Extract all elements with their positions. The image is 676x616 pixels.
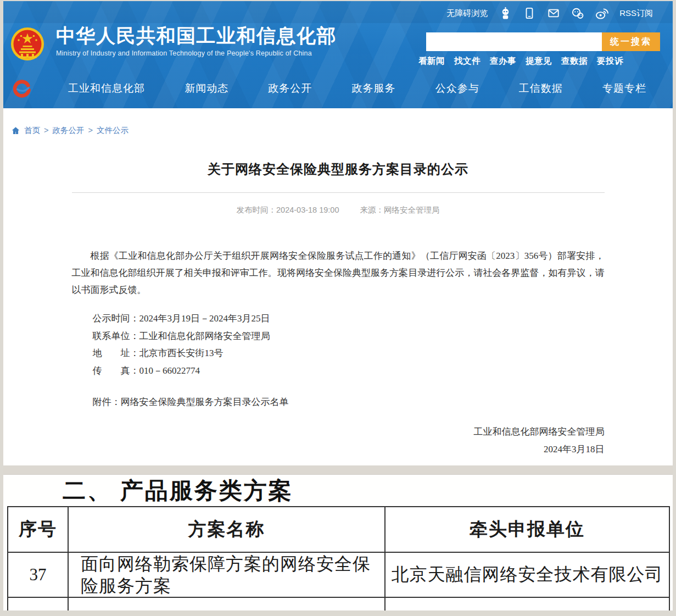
nav-item-gov-service[interactable]: 政务服务 [351,81,395,96]
quick-link-services[interactable]: 查办事 [490,56,516,67]
nav-item-participation[interactable]: 公众参与 [435,81,479,96]
nav-item-topics[interactable]: 专题专栏 [602,81,646,96]
nav-item-data[interactable]: 工信数据 [519,81,563,96]
brand-text: 中华人民共和国工业和信息化部 Ministry of Industry and … [56,24,337,57]
cell-lead-org: 北京天融信网络安全技术有限公司 [385,552,669,597]
search-input[interactable] [426,32,602,51]
breadcrumb-separator: > [44,126,48,135]
title-divider [72,192,605,193]
topbar: 无障碍浏览 RSS订阅 [446,7,653,20]
page: 无障碍浏览 RSS订阅 [3,1,673,611]
breadcrumb-separator: > [88,126,92,135]
signature-org: 工业和信息化部网络安全管理局 [72,423,605,441]
cell-no: 37 [8,552,68,597]
search-bar: 统一搜索 [426,32,660,51]
breadcrumb-current: 文件公示 [97,125,129,136]
accessibility-link[interactable]: 无障碍浏览 [446,8,488,19]
article-paragraph: 根据《工业和信息化部办公厅关于组织开展网络安全保险服务试点工作的通知》（工信厅网… [72,247,605,298]
ministry-title-en: Ministry of Industry and Information Tec… [56,49,337,57]
wechat-icon[interactable] [571,7,584,20]
address-line: 地 址：北京市西长安街13号 [93,345,605,362]
home-icon[interactable] [11,126,20,135]
quick-link-data[interactable]: 查数据 [561,56,588,67]
plans-table: 序号 方案名称 牵头申报单位 37 面向网络勒索保障方案的网络安全保险服务方案 … [7,506,670,611]
quick-link-complaint[interactable]: 要投诉 [597,56,623,67]
contact-unit-line: 联系单位：工业和信息化部网络安全管理局 [93,328,605,345]
breadcrumb: 首页 > 政务公开 > 文件公示 [11,125,673,136]
attachment-line[interactable]: 附件：网络安全保险典型服务方案目录公示名单 [72,396,605,408]
nav-item-news[interactable]: 新闻动态 [185,81,228,96]
signature-block: 工业和信息化部网络安全管理局 2024年3月18日 [72,423,605,465]
mascot-robot-icon[interactable] [499,7,512,20]
mail-icon[interactable] [547,7,560,20]
rss-link[interactable]: RSS订阅 [619,8,653,19]
article-meta: 发布时间：2024-03-18 19:00来源：网络安全管理局 [72,205,605,215]
brand: 中华人民共和国工业和信息化部 Ministry of Industry and … [10,24,337,65]
main-nav: 工业和信息化部 新闻动态 政务公开 政务服务 公众参与 工信数据 专题专栏 [3,76,673,101]
source-value: 网络安全管理局 [384,206,440,214]
publish-time-value: 2024-03-18 19:00 [276,206,339,214]
attachment-preview: 二、 产品服务类方案 序号 方案名称 牵头申报单位 37 面向网络勒索保障方案的… [3,475,673,611]
cell-empty [68,597,385,611]
page-title: 关于网络安全保险典型服务方案目录的公示 [72,161,605,177]
publish-time-label: 发布时间： [237,206,277,214]
weibo-icon[interactable] [595,7,608,20]
cell-plan-name: 面向网络勒索保障方案的网络安全保险服务方案 [68,552,385,597]
publicity-period-line: 公示时间：2024年3月19日－2024年3月25日 [93,310,605,328]
search-button[interactable]: 统一搜索 [602,32,660,51]
col-header-lead-org: 牵头申报单位 [385,507,669,552]
fax-line: 传 真：010－66022774 [93,362,605,380]
col-header-no: 序号 [8,507,68,552]
national-emblem-icon [10,25,45,65]
breadcrumb-home[interactable]: 首页 [24,125,40,136]
table-row-partial [8,597,669,611]
cell-empty [385,597,669,611]
site-header: 无障碍浏览 RSS订阅 [3,1,673,108]
quick-link-suggest[interactable]: 提意见 [526,56,552,67]
table-header-row: 序号 方案名称 牵头申报单位 [8,507,669,552]
contact-info-block: 公示时间：2024年3月19日－2024年3月25日 联系单位：工业和信息化部网… [72,310,605,379]
ministry-title-cn: 中华人民共和国工业和信息化部 [56,24,337,47]
nav-item-gov-open[interactable]: 政务公开 [268,81,312,96]
preview-section-title: 二、 产品服务类方案 [63,477,673,504]
breadcrumb-gov-open[interactable]: 政务公开 [52,125,84,136]
mobile-icon[interactable] [523,7,536,20]
quick-links: 看新闻 找文件 查办事 提意见 查数据 要投诉 [418,56,623,67]
signature-date: 2024年3月18日 [72,441,605,458]
nav-item-miit[interactable]: 工业和信息化部 [68,81,145,96]
table-row: 37 面向网络勒索保障方案的网络安全保险服务方案 北京天融信网络安全技术有限公司 [8,552,669,597]
source-label: 来源： [360,206,384,214]
miit-logo-icon [11,78,32,99]
cell-empty [8,597,68,611]
nav-items: 工业和信息化部 新闻动态 政务公开 政务服务 公众参与 工信数据 专题专栏 [68,81,646,96]
quick-link-news[interactable]: 看新闻 [418,56,445,67]
section-divider [3,465,673,475]
col-header-plan-name: 方案名称 [68,507,385,552]
quick-link-files[interactable]: 找文件 [454,56,481,67]
article: 关于网络安全保险典型服务方案目录的公示 发布时间：2024-03-18 19:0… [72,161,605,465]
